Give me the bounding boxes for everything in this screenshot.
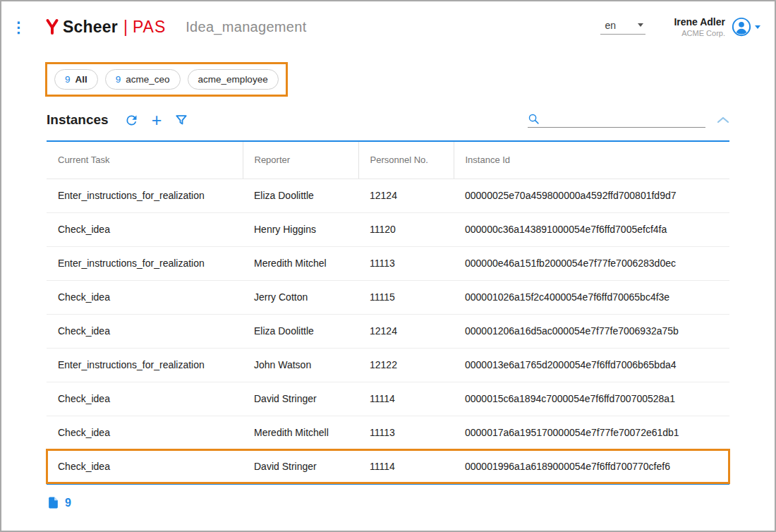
cell-instance-id: 0000017a6a195170000054e7f77fe70072e61db1 xyxy=(454,416,729,449)
user-menu[interactable]: Irene Adler ACME Corp. xyxy=(674,16,760,37)
cell-reporter: Eliza Doolittle xyxy=(243,179,358,212)
cell-instance-id: 000001996a1a6189000054e7f6ffd700770cfef6 xyxy=(454,449,729,483)
column-header-reporter[interactable]: Reporter xyxy=(243,142,358,179)
logo-separator: | xyxy=(123,18,128,37)
logo-brand: Scheer xyxy=(63,18,118,37)
cell-personnel-no: 11120 xyxy=(358,212,454,246)
table-row[interactable]: Check_idea Eliza Doolittle 12124 0000012… xyxy=(47,314,729,348)
filter-chips-annotation-box: 9 All 9 acme_ceo acme_employee xyxy=(45,62,288,97)
scheer-logo-icon xyxy=(45,18,59,35)
user-org: ACME Corp. xyxy=(674,29,725,37)
add-button[interactable]: + xyxy=(152,113,162,127)
search-icon xyxy=(528,113,540,125)
cell-current-task: Check_idea xyxy=(47,280,243,314)
table-row[interactable]: Check_idea Meredith Mitchell 11113 00000… xyxy=(47,416,729,449)
chip-label: acme_employee xyxy=(198,74,268,85)
cell-personnel-no: 11114 xyxy=(358,382,454,416)
user-chevron-down-icon xyxy=(755,25,760,29)
instances-toolbar: Instances + xyxy=(47,108,729,132)
cell-reporter: Meredith Mitchell xyxy=(243,416,358,449)
cell-personnel-no: 11114 xyxy=(358,449,454,483)
cell-reporter: Jerry Cotton xyxy=(243,280,358,314)
search-area xyxy=(528,113,729,128)
cell-current-task: Enter_instructions_for_realization xyxy=(47,179,243,212)
logo-product: PAS xyxy=(133,18,166,37)
table-header-row: Current Task Reporter Personnel No. Inst… xyxy=(47,142,729,179)
column-header-instance-id[interactable]: Instance Id xyxy=(454,142,729,179)
cell-current-task: Check_idea xyxy=(47,416,243,449)
search-input[interactable] xyxy=(545,113,705,124)
chevron-up-icon xyxy=(717,116,729,124)
chevron-down-icon xyxy=(638,23,643,27)
cell-current-task: Check_idea xyxy=(47,449,243,483)
chip-label: All xyxy=(75,74,87,85)
cell-reporter: Eliza Doolittle xyxy=(243,314,358,348)
cell-current-task: Check_idea xyxy=(47,314,243,348)
instances-table-wrap: Current Task Reporter Personnel No. Inst… xyxy=(47,140,729,485)
table-row[interactable]: Check_idea Jerry Cotton 11115 000001026a… xyxy=(47,280,729,314)
chip-count: 9 xyxy=(65,74,71,85)
cell-instance-id: 00000025e70a459800000a4592ffd700801fd9d7 xyxy=(454,179,729,212)
document-icon xyxy=(47,495,60,510)
app-header: ⋮ Scheer | PAS Idea_management en Irene … xyxy=(1,1,775,42)
table-row[interactable]: Enter_instructions_for_realization John … xyxy=(47,348,729,382)
cell-instance-id: 0000015c6a1894c7000054e7f6ffd700700528a1 xyxy=(454,382,729,416)
user-name: Irene Adler xyxy=(674,16,725,28)
filter-button[interactable] xyxy=(174,113,188,127)
section-title: Instances xyxy=(47,112,109,128)
cell-personnel-no: 11113 xyxy=(358,416,454,449)
table-row[interactable]: Check_idea David Stringer 11114 00000199… xyxy=(47,449,729,483)
cell-personnel-no: 12122 xyxy=(358,348,454,382)
cell-instance-id: 000000c36a143891000054e7f6ffd7005efcf4fa xyxy=(454,212,729,246)
column-header-current-task[interactable]: Current Task xyxy=(47,142,243,179)
table-row[interactable]: Enter_instructions_for_realization Mered… xyxy=(47,246,729,280)
cell-current-task: Check_idea xyxy=(47,212,243,246)
cell-personnel-no: 12124 xyxy=(358,314,454,348)
table-row[interactable]: Check_idea David Stringer 11114 0000015c… xyxy=(47,382,729,416)
refresh-icon xyxy=(124,113,139,128)
scheer-logo: Scheer | PAS xyxy=(45,18,166,37)
collapse-button[interactable] xyxy=(717,116,729,128)
cell-instance-id: 000000e46a151fb2000054e7f77fe7006283d0ec xyxy=(454,246,729,280)
cell-current-task: Enter_instructions_for_realization xyxy=(47,348,243,382)
cell-instance-id: 000001206a16d5ac000054e7f77fe7006932a75b xyxy=(454,314,729,348)
table-row[interactable]: Enter_instructions_for_realization Eliza… xyxy=(47,179,729,212)
user-info: Irene Adler ACME Corp. xyxy=(674,16,725,37)
chip-label: acme_ceo xyxy=(126,74,169,85)
filter-funnel-icon xyxy=(174,113,188,127)
cell-reporter: David Stringer xyxy=(243,449,358,483)
cell-personnel-no: 11113 xyxy=(358,246,454,280)
cell-reporter: Meredith Mitchel xyxy=(243,246,358,280)
language-select[interactable]: en xyxy=(600,20,645,35)
filter-chip-all[interactable]: 9 All xyxy=(54,69,98,90)
instances-table: Current Task Reporter Personnel No. Inst… xyxy=(47,142,729,483)
plus-icon: + xyxy=(152,113,162,127)
result-count: 9 xyxy=(65,497,71,509)
search-box xyxy=(528,113,705,128)
cell-reporter: John Watson xyxy=(243,348,358,382)
filter-chip-acme-employee[interactable]: acme_employee xyxy=(188,69,279,90)
cell-personnel-no: 11115 xyxy=(358,280,454,314)
cell-reporter: David Stringer xyxy=(243,382,358,416)
page-title: Idea_management xyxy=(186,19,306,35)
cell-personnel-no: 12124 xyxy=(358,179,454,212)
cell-reporter: Henry Higgins xyxy=(243,212,358,246)
cell-current-task: Enter_instructions_for_realization xyxy=(47,246,243,280)
page: ⋮ Scheer | PAS Idea_management en Irene … xyxy=(0,0,776,532)
table-body: Enter_instructions_for_realization Eliza… xyxy=(47,179,729,483)
kebab-menu-icon[interactable]: ⋮ xyxy=(11,20,27,35)
cell-current-task: Check_idea xyxy=(47,382,243,416)
column-header-personnel-no[interactable]: Personnel No. xyxy=(358,142,454,179)
results-footer: 9 xyxy=(47,495,729,510)
cell-instance-id: 0000013e6a1765d2000054e7f6ffd7006b65bda4 xyxy=(454,348,729,382)
chip-count: 9 xyxy=(116,74,121,85)
table-row[interactable]: Check_idea Henry Higgins 11120 000000c36… xyxy=(47,212,729,246)
language-value: en xyxy=(605,20,616,31)
refresh-button[interactable] xyxy=(124,113,139,128)
cell-instance-id: 000001026a15f2c4000054e7f6ffd70065bc4f3e xyxy=(454,280,729,314)
avatar-icon xyxy=(732,17,751,37)
filter-chip-acme-ceo[interactable]: 9 acme_ceo xyxy=(105,69,181,90)
